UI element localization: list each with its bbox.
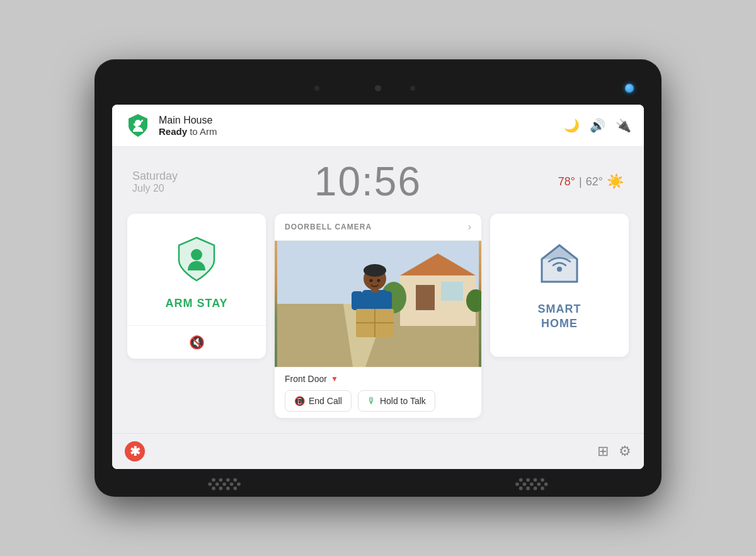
call-buttons: 📵 End Call 🎙 Hold to Talk	[285, 390, 471, 412]
svg-point-37	[226, 487, 230, 490]
svg-point-43	[544, 482, 548, 486]
hold-to-talk-button[interactable]: 🎙 Hold to Talk	[358, 390, 435, 412]
doorbell-title: DOORBELL CAMERA	[285, 223, 372, 231]
svg-point-29	[230, 482, 234, 486]
doorbell-header[interactable]: DOORBELL CAMERA ›	[275, 214, 481, 241]
svg-point-49	[526, 487, 530, 490]
smart-home-card[interactable]: SMART HOME	[490, 214, 629, 357]
screen: Main House Ready to Arm 🌙 🔊 🔌 Saturday J…	[112, 105, 644, 469]
mic-dot-right	[410, 86, 415, 91]
svg-point-45	[526, 478, 530, 482]
temp-high: 78°	[558, 175, 575, 188]
time-display: 10:56	[314, 158, 421, 205]
smart-home-label: SMART HOME	[538, 302, 581, 332]
svg-point-35	[212, 487, 215, 490]
svg-point-31	[212, 478, 215, 482]
svg-point-50	[534, 487, 537, 490]
smart-home-icon	[534, 239, 585, 292]
svg-point-39	[515, 482, 519, 486]
app-header: Main House Ready to Arm 🌙 🔊 🔌	[112, 105, 644, 147]
bottom-bar: ✱ ⊞ ⚙	[112, 433, 644, 469]
emergency-button[interactable]: ✱	[125, 441, 145, 461]
svg-point-47	[541, 478, 544, 482]
camera-dot	[375, 85, 381, 91]
svg-point-19	[370, 279, 373, 282]
svg-rect-6	[416, 285, 435, 310]
date-day: Saturday	[132, 170, 178, 183]
arm-stay-card[interactable]: ARM STAY 🔇	[127, 214, 266, 359]
smart-home-line1: SMART	[538, 302, 581, 316]
camera-select-row[interactable]: Front Door ▼	[285, 374, 471, 384]
tablet-device: Main House Ready to Arm 🌙 🔊 🔌 Saturday J…	[94, 59, 662, 497]
arm-stay-button[interactable]: ARM STAY	[127, 214, 266, 325]
emergency-symbol: ✱	[130, 444, 140, 459]
main-content: ARM STAY 🔇 DOORBELL CAMERA ›	[112, 214, 644, 433]
end-call-button[interactable]: 📵 End Call	[285, 390, 352, 412]
status-bold: Ready	[159, 126, 187, 137]
arm-card-footer[interactable]: 🔇	[127, 325, 266, 359]
tablet-top-bar	[112, 77, 644, 100]
volume-icon[interactable]: 🔊	[590, 118, 605, 133]
svg-marker-24	[542, 245, 577, 259]
svg-point-36	[219, 487, 223, 490]
mute-icon[interactable]: 🔇	[189, 335, 205, 350]
svg-point-42	[537, 482, 541, 486]
svg-point-28	[222, 482, 226, 486]
mic-icon: 🎙	[367, 396, 376, 406]
svg-point-51	[541, 487, 544, 490]
svg-point-1	[191, 249, 202, 260]
shield-logo-icon	[125, 112, 151, 139]
camera-dropdown-icon[interactable]: ▼	[331, 374, 338, 383]
svg-rect-15	[381, 291, 392, 310]
bottom-right-controls: ⊞ ⚙	[597, 443, 631, 460]
doorbell-section: DOORBELL CAMERA ›	[275, 214, 481, 418]
svg-point-33	[226, 478, 230, 482]
keypad-icon[interactable]: ⊞	[597, 443, 609, 460]
doorbell-camera-feed	[275, 241, 481, 367]
smart-home-line2: HOME	[538, 316, 581, 331]
status-led	[625, 84, 634, 93]
power-icon[interactable]: 🔌	[616, 118, 631, 133]
header-left: Main House Ready to Arm	[125, 112, 217, 139]
svg-point-30	[237, 482, 241, 486]
header-right: 🌙 🔊 🔌	[564, 118, 631, 133]
svg-point-46	[534, 478, 537, 482]
speaker-dots	[150, 475, 606, 494]
settings-icon[interactable]: ⚙	[619, 443, 631, 460]
doorbell-chevron-icon[interactable]: ›	[468, 221, 471, 233]
svg-point-44	[519, 478, 523, 482]
hold-talk-label: Hold to Talk	[380, 396, 426, 406]
end-call-label: End Call	[309, 396, 342, 406]
svg-point-48	[519, 487, 523, 490]
home-name: Main House	[159, 115, 217, 126]
svg-point-26	[208, 482, 212, 486]
svg-point-34	[233, 478, 237, 482]
date-month: July 20	[132, 183, 178, 194]
svg-point-38	[233, 487, 237, 490]
temp-separator: |	[579, 175, 582, 188]
home-status: Ready to Arm	[159, 126, 217, 137]
home-info: Main House Ready to Arm	[159, 115, 217, 137]
svg-point-41	[530, 482, 534, 486]
weather-section: 78° | 62° ☀️	[558, 173, 624, 190]
arm-stay-label: ARM STAY	[165, 297, 227, 310]
arm-shield-icon	[171, 234, 222, 287]
status-suffix: to Arm	[190, 126, 217, 137]
temp-low: 62°	[586, 175, 603, 188]
svg-point-27	[215, 482, 219, 486]
weather-sun-icon: ☀️	[607, 173, 624, 190]
camera-scene-svg	[275, 241, 481, 367]
moon-icon[interactable]: 🌙	[564, 118, 580, 133]
svg-point-32	[219, 478, 223, 482]
svg-rect-7	[441, 282, 463, 301]
doorbell-controls: Front Door ▼ 📵 End Call 🎙 Hold to Talk	[275, 367, 481, 418]
info-bar: Saturday July 20 10:56 78° | 62° ☀️	[112, 147, 644, 214]
mic-dot-left	[314, 86, 319, 91]
svg-point-12	[364, 264, 386, 277]
svg-point-20	[377, 279, 381, 282]
speaker-area	[112, 472, 644, 497]
svg-rect-14	[352, 291, 363, 310]
svg-point-25	[557, 267, 562, 272]
date-section: Saturday July 20	[132, 170, 178, 194]
end-call-icon: 📵	[294, 396, 305, 406]
